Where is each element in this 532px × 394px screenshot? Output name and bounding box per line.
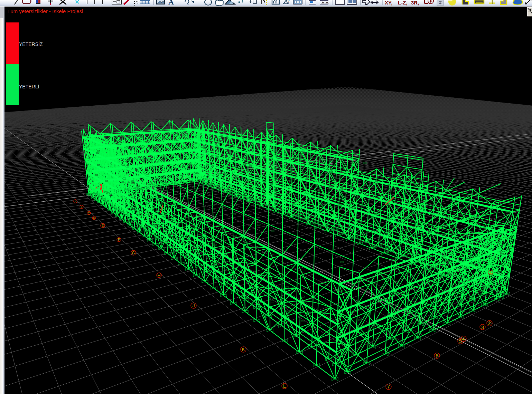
svg-text:D: D: [93, 216, 95, 220]
svg-text:6: 6: [436, 353, 438, 358]
svg-text:5: 5: [459, 338, 462, 344]
svg-text:3: 3: [481, 325, 484, 330]
svg-text:?: ?: [288, 0, 290, 3]
svg-text:H: H: [157, 273, 160, 278]
svg-text:K: K: [242, 347, 245, 352]
svg-text:1: 1: [489, 270, 492, 275]
svg-text:2: 2: [488, 320, 491, 326]
svg-text:B: B: [81, 206, 82, 209]
svg-text:XY,: XY,: [385, 0, 393, 6]
svg-text:4: 4: [462, 336, 465, 342]
svg-text:J: J: [193, 303, 195, 308]
svg-text:F: F: [118, 238, 120, 242]
svg-text:C: C: [88, 212, 90, 215]
svg-text:A: A: [168, 0, 174, 6]
svg-text:G: G: [132, 251, 135, 255]
svg-text:3R,: 3R,: [411, 0, 419, 6]
svg-text:A: A: [74, 200, 76, 203]
svg-text:L: L: [283, 383, 286, 389]
svg-text:E: E: [102, 224, 104, 227]
svg-text:L-Z,: L-Z,: [398, 0, 408, 6]
svg-text:7: 7: [387, 384, 390, 390]
